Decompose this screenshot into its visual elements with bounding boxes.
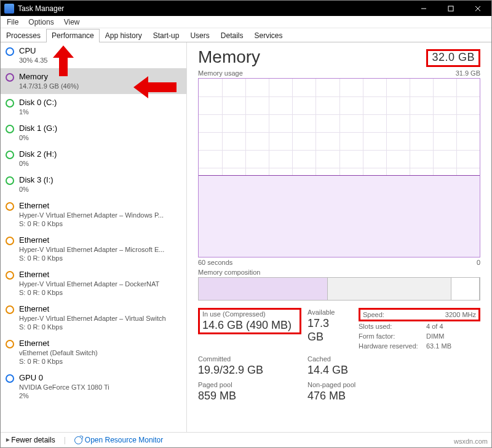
sidebar-item-sub: 14.7/31.9 GB (46%) (19, 82, 79, 90)
sidebar-item-sub2: S: 0 R: 0 Kbps (19, 254, 164, 262)
menu-options[interactable]: Options (23, 18, 58, 26)
tab-startup[interactable]: Start-up (148, 29, 185, 42)
sidebar-item-sub: Hyper-V Virtual Ethernet Adapter – Micro… (19, 245, 164, 254)
axis-left: 60 seconds (198, 259, 232, 266)
svg-marker-5 (133, 76, 177, 98)
minimize-button[interactable] (410, 1, 437, 16)
window-title: Task Manager (18, 4, 64, 13)
sidebar-item-sub2: S: 0 R: 0 Kbps (19, 288, 159, 297)
committed-value: 19.9/32.9 GB (198, 363, 301, 377)
speed-label: Speed: (363, 310, 430, 320)
available-label: Available (308, 308, 345, 316)
sidebar-item-ethernet[interactable]: EthernetHyper-V Virtual Ethernet Adapter… (1, 301, 186, 335)
sidebar-item-title: Disk 0 (C:) (19, 98, 57, 108)
fewer-details-button[interactable]: ▾ Fewer details (6, 436, 55, 444)
sidebar-item-sub: Hyper-V Virtual Ethernet Adapter – Docke… (19, 280, 159, 288)
speed-highlight: Speed: 3200 MHz (359, 308, 480, 321)
tab-processes[interactable]: Processes (1, 29, 46, 42)
sidebar-item-title: Ethernet (19, 201, 164, 211)
sidebar-item-sub: 30% 4.35 (19, 56, 47, 65)
hw-reserved-value: 63.1 MB (426, 341, 451, 351)
usage-scale: 31.9 GB (456, 69, 480, 77)
sidebar-item-ethernet[interactable]: EthernetHyper-V Virtual Ethernet Adapter… (1, 266, 186, 301)
content: CPU30% 4.35Memory14.7/31.9 GB (46%)Disk … (1, 42, 491, 433)
sidebar-item-cpu[interactable]: CPU30% 4.35 (1, 42, 186, 68)
sidebar-item-title: CPU (19, 46, 47, 56)
sidebar-item-title: GPU 0 (19, 373, 109, 383)
sidebar-item-title: Ethernet (19, 270, 159, 280)
sidebar-item-title: Ethernet (19, 235, 164, 245)
tabstrip: Processes Performance App history Start-… (1, 28, 491, 42)
sidebar-item-sub: 0% (19, 159, 57, 168)
status-ring-icon (6, 73, 14, 82)
status-ring-icon (6, 271, 14, 280)
sidebar-item-sub: Hyper-V Virtual Ethernet Adapter – Windo… (19, 211, 164, 219)
svg-rect-1 (448, 6, 453, 11)
sidebar-item-title: Ethernet (19, 339, 98, 348)
tab-performance[interactable]: Performance (46, 29, 100, 42)
sidebar-item-sub: 1% (19, 108, 57, 116)
in-use-value: 14.6 GB (490 MB) (202, 318, 297, 332)
slots-value: 4 of 4 (426, 321, 443, 331)
menu-file[interactable]: File (2, 18, 23, 26)
in-use-highlight: In use (Compressed) 14.6 GB (490 MB) (198, 308, 301, 334)
speed-value: 3200 MHz (445, 310, 476, 320)
sidebar-item-ethernet[interactable]: EthernetvEthernet (Default Switch)S: 0 R… (1, 335, 186, 369)
status-ring-icon (6, 125, 14, 133)
sidebar-item-sub2: S: 0 R: 0 Kbps (19, 323, 166, 331)
tab-services[interactable]: Services (248, 29, 288, 42)
available-value: 17.3 GB (308, 316, 345, 344)
usage-label: Memory usage (198, 69, 243, 77)
sidebar-item-disk-2-h-[interactable]: Disk 2 (H:)0% (1, 146, 186, 171)
perf-sidebar: CPU30% 4.35Memory14.7/31.9 GB (46%)Disk … (1, 42, 187, 433)
tab-app-history[interactable]: App history (100, 29, 148, 42)
menubar: File Options View (1, 16, 491, 28)
svg-marker-4 (53, 45, 74, 76)
sidebar-item-ethernet[interactable]: EthernetHyper-V Virtual Ethernet Adapter… (1, 232, 186, 266)
sidebar-item-title: Disk 1 (G:) (19, 124, 57, 133)
maximize-button[interactable] (437, 1, 464, 16)
panel-heading: Memory (198, 47, 260, 67)
menu-view[interactable]: View (59, 18, 85, 26)
nonpaged-value: 476 MB (308, 389, 355, 403)
form-value: DIMM (426, 331, 444, 341)
form-label: Form factor: (359, 331, 426, 341)
status-ring-icon (6, 374, 14, 383)
status-ring-icon (6, 340, 14, 348)
total-memory-highlight: 32.0 GB (426, 49, 480, 67)
sidebar-item-sub2: S: 0 R: 0 Kbps (19, 219, 164, 228)
memory-usage-graph[interactable] (198, 78, 480, 257)
sidebar-item-sub: vEthernet (Default Switch) (19, 348, 98, 357)
sidebar-item-disk-1-g-[interactable]: Disk 1 (G:)0% (1, 120, 186, 146)
footer: ▾ Fewer details | Open Resource Monitor (1, 432, 491, 447)
sidebar-item-sub: 0% (19, 185, 54, 194)
status-ring-icon (6, 151, 14, 159)
sidebar-item-sub: Hyper-V Virtual Ethernet Adapter – Virtu… (19, 314, 166, 323)
hw-reserved-label: Hardware reserved: (359, 341, 426, 351)
memory-composition[interactable] (198, 277, 480, 301)
close-button[interactable] (464, 1, 491, 16)
cached-label: Cached (308, 355, 348, 363)
sidebar-item-gpu-0[interactable]: GPU 0NVIDIA GeForce GTX 1080 Ti2% (1, 369, 186, 404)
status-ring-icon (6, 47, 14, 56)
watermark: wsxdn.com (454, 438, 488, 445)
resource-monitor-icon (74, 436, 82, 444)
annotation-arrow-left-icon (133, 76, 177, 98)
status-ring-icon (6, 237, 14, 245)
committed-label: Committed (198, 355, 301, 363)
in-use-label: In use (Compressed) (202, 310, 297, 318)
sidebar-item-disk-3-i-[interactable]: Disk 3 (I:)0% (1, 171, 186, 197)
status-ring-icon (6, 305, 14, 314)
paged-label: Paged pool (198, 380, 301, 389)
app-icon (4, 4, 14, 14)
tab-details[interactable]: Details (215, 29, 249, 42)
nonpaged-label: Non-paged pool (308, 380, 355, 389)
tab-users[interactable]: Users (184, 29, 215, 42)
titlebar: Task Manager (1, 1, 491, 16)
total-memory: 32.0 GB (432, 51, 475, 63)
status-ring-icon (6, 99, 14, 108)
sidebar-item-ethernet[interactable]: EthernetHyper-V Virtual Ethernet Adapter… (1, 197, 186, 232)
sidebar-item-title: Ethernet (19, 304, 166, 314)
open-resource-monitor-link[interactable]: Open Resource Monitor (74, 436, 163, 444)
sidebar-item-title: Disk 2 (H:) (19, 149, 57, 159)
